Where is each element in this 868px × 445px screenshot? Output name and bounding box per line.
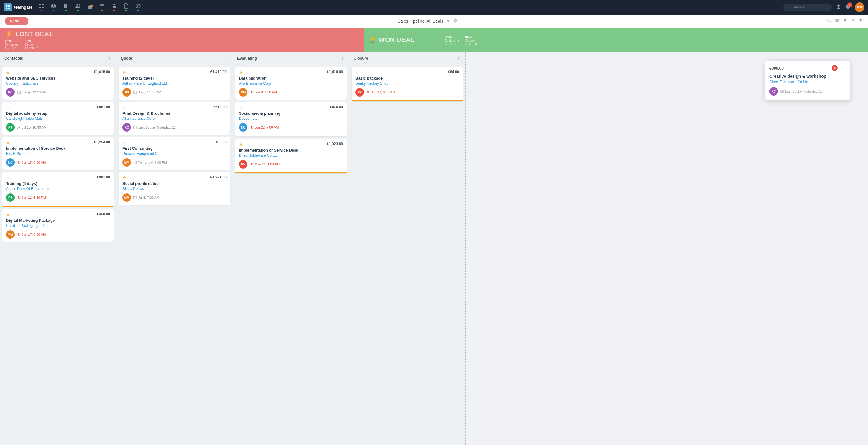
deal-card[interactable]: ☆ €881.00 Digital academy setup Candleli… bbox=[2, 102, 114, 135]
filter-icon-header[interactable] bbox=[843, 18, 847, 24]
popup-last-spoke: Last Spoke Yesterday, 10:.... bbox=[780, 90, 827, 93]
card-amount: €1,921.00 bbox=[211, 175, 226, 179]
nav-calendar[interactable] bbox=[99, 3, 105, 11]
deal-card[interactable]: ★ €1,410.00 Training (2 days) Arthur Pri… bbox=[119, 67, 230, 99]
add-card-closure[interactable]: + bbox=[456, 55, 461, 61]
bottom-bar bbox=[352, 100, 463, 101]
add-card-contacted[interactable]: + bbox=[107, 55, 112, 61]
stage-bar: ⚡ LOST DEAL 25% Contacted $9,709.62 50% … bbox=[0, 28, 868, 52]
star-icon[interactable]: ☆ bbox=[239, 105, 243, 110]
user-avatar[interactable]: MM bbox=[855, 2, 864, 12]
column-evaluating: Evaluating + ★ €1,410.00 Data migration … bbox=[233, 52, 349, 445]
pipeline-settings[interactable] bbox=[453, 18, 458, 24]
avatar: MM bbox=[239, 88, 247, 96]
pipeline-dropdown-arrow[interactable]: ▼ bbox=[446, 19, 451, 24]
col-body-evaluating: ★ €1,410.00 Data migration Alfa Insuranc… bbox=[233, 64, 349, 445]
popup-card[interactable]: €800.00 4 ⋮ Creative design & workshop D… bbox=[765, 60, 850, 100]
nav-lock[interactable] bbox=[111, 3, 117, 11]
svg-rect-18 bbox=[113, 6, 116, 8]
funnel-icon-header[interactable] bbox=[858, 18, 863, 24]
card-amount: €1,254.00 bbox=[94, 140, 110, 144]
card-company[interactable]: Bits N Pizzas bbox=[123, 187, 226, 191]
star-icon[interactable]: ★ bbox=[6, 212, 10, 217]
deal-card[interactable]: ★ €1,254.00 Implementation of Service De… bbox=[2, 137, 114, 170]
pin-icon-header[interactable] bbox=[850, 18, 855, 24]
search-input[interactable] bbox=[783, 4, 832, 11]
card-company[interactable]: Arthur Price Of England Ltd bbox=[123, 81, 226, 86]
card-company[interactable]: Dudson Ltd bbox=[239, 116, 343, 121]
card-title: Print Design & Brochures bbox=[123, 111, 226, 116]
card-company[interactable]: Alfa Insurance Corp bbox=[123, 116, 226, 121]
deal-card[interactable]: ☆ €470.00 Social media planning Dudson L… bbox=[235, 102, 347, 137]
col-header-quote: Quote + bbox=[117, 52, 232, 64]
nav-file[interactable] bbox=[123, 3, 129, 11]
card-company[interactable]: Arthur Price Of England Ltd bbox=[6, 187, 110, 191]
star-icon[interactable]: ☆ bbox=[355, 70, 359, 75]
nav-globe[interactable] bbox=[135, 3, 141, 11]
search-icon-header[interactable] bbox=[827, 18, 832, 24]
star-icon[interactable]: ★ bbox=[239, 70, 243, 75]
star-icon[interactable]: ★ bbox=[239, 142, 243, 147]
svg-rect-40 bbox=[781, 90, 784, 93]
star-icon[interactable]: ★ bbox=[6, 70, 10, 75]
deal-card[interactable]: ☆ €612.00 Print Design & Brochures Alfa … bbox=[119, 102, 230, 135]
svg-line-23 bbox=[830, 21, 831, 22]
add-card-evaluating[interactable]: + bbox=[340, 55, 345, 61]
nav-target[interactable] bbox=[51, 3, 57, 11]
deal-card[interactable]: ☆ €198.00 First Consulting Process Equip… bbox=[119, 137, 230, 170]
card-date: Jul 6, 7:00 AM bbox=[133, 196, 159, 199]
card-company[interactable]: Alfa Insurance Corp bbox=[239, 81, 343, 86]
nav-right: 3 MM bbox=[783, 2, 864, 12]
lost-label: ⚡ LOST DEAL bbox=[5, 30, 360, 38]
nav-doc[interactable] bbox=[63, 3, 69, 11]
card-company[interactable]: Country Traditionals bbox=[6, 81, 110, 86]
upload-icon[interactable] bbox=[835, 4, 841, 11]
deal-card[interactable]: ☆ €981.00 Training (4 days) Arthur Price… bbox=[2, 172, 114, 207]
stage-lost: ⚡ LOST DEAL 25% Contacted $9,709.62 50% … bbox=[0, 28, 365, 52]
star-icon[interactable]: ☆ bbox=[123, 105, 126, 110]
star-icon[interactable]: ☆ bbox=[6, 175, 10, 180]
col-header-closure: Closure + bbox=[349, 52, 465, 64]
card-company[interactable]: Direct Tableware Co Ltd bbox=[239, 153, 343, 158]
pipeline-header-right bbox=[827, 18, 863, 24]
card-company[interactable]: Candlelight Table Mats bbox=[6, 116, 110, 121]
nav-grid[interactable] bbox=[38, 3, 44, 11]
card-amount: €1,618.00 bbox=[94, 70, 110, 74]
avatar: PJ bbox=[6, 123, 14, 131]
notification-button[interactable]: 3 bbox=[845, 4, 851, 11]
avatar: MM bbox=[123, 193, 131, 202]
new-button[interactable]: NEW bbox=[5, 17, 28, 25]
star-icon[interactable]: ☆ bbox=[123, 140, 126, 145]
popup-title: Creative design & workshop bbox=[769, 74, 846, 79]
top-navigation: teamgate bbox=[0, 0, 868, 14]
popup-more-button[interactable]: ⋮ bbox=[840, 65, 846, 71]
kanban-container: ⚡ LOST DEAL 25% Contacted $9,709.62 50% … bbox=[0, 28, 868, 445]
card-title: Implementation of Service Desk bbox=[239, 148, 343, 152]
card-amount: €450.00 bbox=[97, 212, 110, 216]
nav-briefcase[interactable] bbox=[87, 4, 93, 10]
deal-card[interactable]: ★ €1,323.00 Implementation of Service De… bbox=[235, 139, 347, 173]
card-company[interactable]: Bits N Pizzas bbox=[6, 152, 110, 156]
card-company[interactable]: Process Equipment Co bbox=[123, 152, 226, 156]
deal-card[interactable]: ☆ €84.00 Basic package Denby Factory Sho… bbox=[352, 67, 463, 101]
avatar: RV bbox=[239, 160, 247, 169]
card-company[interactable]: Denby Factory Shop bbox=[355, 81, 459, 86]
card-date: Jun 17, 6:30 AM bbox=[366, 90, 395, 94]
nav-people[interactable] bbox=[75, 3, 81, 11]
star-icon[interactable]: ★ bbox=[6, 140, 10, 145]
popup-company[interactable]: Direct Tableware Co Ltd bbox=[769, 80, 846, 84]
popup-amount: €800.00 bbox=[769, 66, 784, 70]
star-icon[interactable]: ★ bbox=[123, 175, 126, 180]
star-icon[interactable]: ★ bbox=[123, 70, 126, 75]
deal-card[interactable]: ★ €1,410.00 Data migration Alfa Insuranc… bbox=[235, 67, 347, 99]
add-card-quote[interactable]: + bbox=[223, 55, 228, 61]
deal-card[interactable]: ★ €1,921.00 Social profile setup Bits N … bbox=[119, 172, 230, 205]
card-date: Jun 22, 7:00 AM bbox=[250, 125, 279, 129]
deal-card[interactable]: ★ €1,618.00 Website and SEO services Cou… bbox=[2, 67, 114, 99]
svg-point-22 bbox=[828, 19, 830, 21]
svg-rect-37 bbox=[134, 196, 137, 199]
card-company[interactable]: Caroline Packaging Ltd bbox=[6, 224, 110, 228]
deal-card[interactable]: ★ €450.00 Digital Marketing Package Caro… bbox=[2, 209, 114, 242]
list-icon-header[interactable] bbox=[835, 18, 840, 24]
star-icon[interactable]: ☆ bbox=[6, 105, 10, 110]
